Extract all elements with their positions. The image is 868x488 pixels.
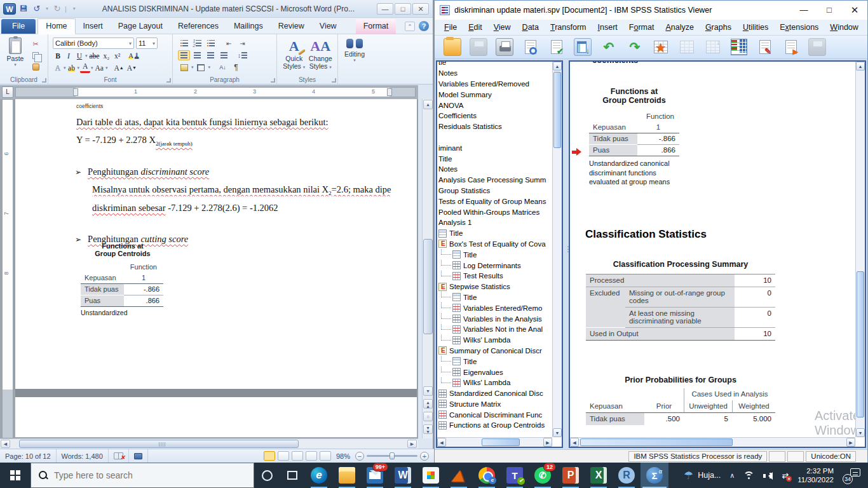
sync-error-icon[interactable]: ⇄✕ <box>782 471 789 480</box>
start-button[interactable] <box>0 463 31 488</box>
outline-tree-item[interactable]: Notes <box>437 68 552 79</box>
vertical-ruler[interactable]: 6 7 8 <box>2 99 13 438</box>
zoom-level[interactable]: 98% <box>334 452 353 460</box>
zoom-out-icon[interactable]: − <box>355 452 364 461</box>
menu-item[interactable]: Analyze <box>660 21 699 34</box>
styles-dialog-launcher-icon[interactable] <box>332 78 336 83</box>
text-effects-icon[interactable]: A <box>53 62 63 73</box>
outline-tree-item[interactable] <box>437 132 552 143</box>
fullscreen-reading-view-icon[interactable] <box>278 451 289 461</box>
outline-tree-item[interactable]: Notes <box>437 164 552 175</box>
zoom-slider[interactable] <box>367 455 417 457</box>
quick-styles-button[interactable]: A QuickStyles ▾ <box>282 38 306 70</box>
notification-center-button[interactable]: 34 <box>843 466 862 485</box>
borders-icon[interactable] <box>195 62 207 72</box>
scroll-down-icon[interactable]: ▼ <box>553 428 562 437</box>
redo-icon[interactable]: ↻ <box>51 4 63 13</box>
doc-centroids-table[interactable]: Functions at Group Centroids Function Ke… <box>81 242 165 316</box>
outline-tree-item[interactable]: Tests of Equality of Group Means <box>437 196 552 207</box>
select-browse-object-icon[interactable]: ○ <box>423 412 433 421</box>
outline-tree-item[interactable]: Log Determinants <box>437 260 552 271</box>
zoom-slider-thumb[interactable] <box>390 452 395 459</box>
font-size-select[interactable]: 11▾ <box>136 37 158 49</box>
open-file-icon[interactable] <box>444 38 461 56</box>
output-hscroll-thumb[interactable] <box>580 438 733 446</box>
ribbon-tab[interactable]: References <box>170 19 226 34</box>
classification-processing-summary-table[interactable]: Classification Processing Summary Proces… <box>586 260 775 341</box>
outline-tree-item[interactable]: Title <box>437 292 552 303</box>
search-input[interactable] <box>54 470 226 480</box>
show-paragraph-marks-icon[interactable]: ¶ <box>230 62 242 72</box>
outline-tree-item[interactable]: Title <box>437 249 552 260</box>
show-hidden-icons-chevron[interactable]: ∧ <box>729 471 735 480</box>
taskbar-app[interactable]: c <box>473 463 501 488</box>
outline-tree-item[interactable]: Pooled Within-Groups Matrices <box>437 207 552 217</box>
output-horizontal-scrollbar[interactable]: ◀ ▶ <box>570 437 855 447</box>
outline-tree-item[interactable]: Group Statistics <box>437 186 552 196</box>
outline-tree-item[interactable]: iminant <box>437 142 552 153</box>
ribbon-tab[interactable]: Insert <box>76 19 111 34</box>
outline-tree-item[interactable]: Variables in the Analysis <box>437 313 552 324</box>
print-icon[interactable] <box>496 38 513 56</box>
classification-statistics-heading[interactable]: Classification Statistics <box>585 228 707 241</box>
outline-tree-item[interactable]: Coefficients <box>437 111 552 121</box>
outline-tree-item[interactable]: tle <box>437 60 552 68</box>
outline-vscroll-thumb[interactable] <box>553 72 561 148</box>
copy-icon[interactable] <box>29 50 42 60</box>
word-maximize-button[interactable]: □ <box>395 3 411 15</box>
outline-tree-item[interactable]: Residuals Statistics <box>437 121 552 132</box>
undo-icon[interactable]: ↺ <box>31 4 43 13</box>
taskbar-app[interactable] <box>417 463 445 488</box>
cut-icon[interactable]: ✂ <box>29 39 42 49</box>
ribbon-tab[interactable]: Home <box>37 18 75 34</box>
recall-dialogs-icon[interactable] <box>574 38 592 56</box>
spss-minimize-button[interactable]: — <box>791 1 817 20</box>
save-icon[interactable] <box>470 38 487 56</box>
menu-item[interactable]: Insert <box>592 21 623 34</box>
document-page-next[interactable] <box>15 397 417 437</box>
menu-item[interactable]: Graphs <box>700 21 737 34</box>
outline-tree-item[interactable]: Wilks' Lambda <box>437 377 552 388</box>
output-vscroll-thumb[interactable] <box>857 271 864 417</box>
align-center-icon[interactable] <box>191 50 203 60</box>
taskbar-app[interactable]: R <box>613 463 641 488</box>
menu-item[interactable]: Utilities <box>737 21 774 34</box>
goto-variable-icon[interactable] <box>678 38 696 56</box>
subscript-button[interactable]: x₂ <box>101 50 111 61</box>
word-app-icon[interactable]: W <box>3 3 16 15</box>
taskbar-app[interactable]: P <box>557 463 585 488</box>
outline-tree-item[interactable]: Eigenvalues <box>437 367 552 377</box>
editing-button[interactable]: Editing ▾ <box>341 36 368 63</box>
print-layout-view-icon[interactable] <box>264 451 275 461</box>
outline-horizontal-scrollbar[interactable]: ◀ ▶ <box>437 437 552 447</box>
increase-indent-icon[interactable]: ⇥ <box>236 38 248 48</box>
menu-item[interactable]: View <box>488 21 517 34</box>
macro-recording-icon[interactable] <box>129 449 148 463</box>
outline-tree-item[interactable]: Title <box>437 153 552 164</box>
insert-cases-icon[interactable]: ↓ <box>704 38 722 56</box>
underline-button[interactable]: U <box>74 50 85 61</box>
export-icon[interactable]: ✔ <box>548 38 566 56</box>
scroll-right-icon[interactable]: ▶ <box>846 438 855 447</box>
ribbon-tab[interactable]: Mailings <box>226 19 271 34</box>
clipboard-dialog-launcher-icon[interactable] <box>42 78 46 83</box>
help-icon[interactable]: ? <box>419 21 429 31</box>
taskbar-app[interactable] <box>333 463 361 488</box>
goto-case-icon[interactable]: ★ <box>652 38 670 56</box>
taskbar-app[interactable]: X <box>585 463 613 488</box>
scroll-right-icon[interactable]: ▶ <box>543 438 552 447</box>
run-script-icon[interactable]: ▶ <box>782 38 800 56</box>
clear-formatting-icon[interactable]: A🧹︎ <box>127 50 142 61</box>
menu-item[interactable]: Format <box>623 21 660 34</box>
next-page-icon[interactable]: ▼▼ <box>423 424 433 434</box>
taskbar-app[interactable]: ✆ 12 <box>529 463 557 488</box>
font-name-select[interactable]: Calibri (Body)▾ <box>53 37 134 49</box>
multilevel-list-icon[interactable] <box>205 38 217 48</box>
align-left-icon[interactable] <box>178 50 190 60</box>
taskbar-app[interactable]: W <box>389 463 417 488</box>
outline-tree-item[interactable]: Analysis Case Processing Summ <box>437 175 552 186</box>
outline-tree-item[interactable]: Standardized Canonical Disc <box>437 388 552 399</box>
cortana-button[interactable] <box>254 463 280 488</box>
bold-button[interactable]: B <box>53 50 63 61</box>
word-count[interactable]: Words: 1,480 <box>57 449 109 463</box>
